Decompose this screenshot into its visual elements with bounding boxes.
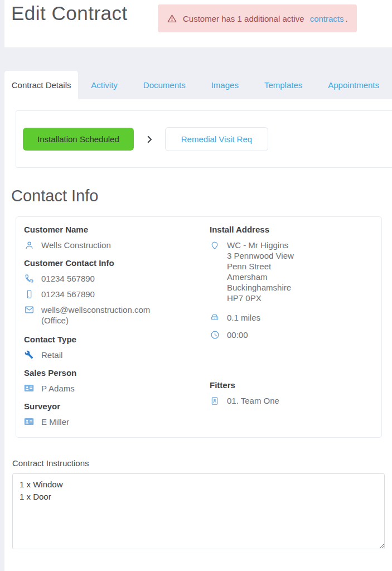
- page-title: Edit Contract: [11, 2, 128, 25]
- travel-time-row: 00:00: [210, 330, 381, 340]
- travel-distance-value: 0.1 miles: [227, 312, 260, 323]
- address-line: Amersham: [227, 272, 294, 282]
- contract-tab-bar: Contract Details Activity Documents Imag…: [4, 71, 392, 99]
- surveyor-label: Surveyor: [24, 401, 210, 412]
- next-status-button[interactable]: Remedial Visit Req: [165, 127, 268, 151]
- contact-info-left-column: Customer Name Wells Construction Custome…: [24, 225, 210, 427]
- warning-icon: [167, 13, 177, 24]
- status-flow-card: Installation Scheduled Remedial Visit Re…: [16, 110, 392, 168]
- contracts-link[interactable]: contracts: [310, 14, 344, 23]
- map-pin-icon: [210, 240, 220, 303]
- phone-icon: [24, 274, 34, 284]
- worker-badge-icon: [210, 396, 220, 406]
- wrench-icon: [24, 350, 34, 360]
- customer-name-value[interactable]: Wells Construction: [41, 240, 111, 250]
- contract-instructions-textarea[interactable]: 1 x Window 1 x Door: [12, 473, 385, 549]
- travel-distance-row: 0.1 miles: [210, 312, 381, 323]
- customer-contact-label: Customer Contact Info: [24, 258, 210, 268]
- surveyor-value[interactable]: E Miller: [41, 417, 69, 427]
- alert-suffix: .: [345, 14, 347, 23]
- tab-images[interactable]: Images: [199, 80, 251, 90]
- address-line: WC - Mr Higgins: [227, 240, 294, 250]
- contact-info-right-column: Install Address WC - Mr Higgins 3 Pennwo…: [210, 225, 381, 427]
- tab-templates[interactable]: Templates: [251, 80, 315, 90]
- tab-documents[interactable]: Documents: [130, 80, 199, 90]
- surveyor-row: E Miller: [24, 417, 210, 427]
- install-address-value[interactable]: WC - Mr Higgins 3 Pennwood View Penn Str…: [227, 240, 294, 303]
- contact-type-row: Retail: [24, 350, 210, 360]
- email-value[interactable]: wells@wellsconstruction.com (Office): [41, 304, 176, 326]
- id-card-icon: [24, 417, 34, 427]
- customer-name-row: Wells Construction: [24, 240, 210, 250]
- phone-row: 01234 567890: [24, 273, 210, 284]
- install-address-label: Install Address: [210, 225, 381, 235]
- contact-type-label: Contact Type: [24, 335, 210, 345]
- contact-type-value: Retail: [41, 350, 62, 360]
- phone-value[interactable]: 01234 567890: [41, 273, 95, 284]
- contact-info-heading: Contact Info: [11, 187, 392, 205]
- fitters-value[interactable]: 01. Team One: [227, 395, 279, 406]
- page-left-gutter: [0, 0, 4, 571]
- car-icon: [210, 313, 220, 323]
- fitters-row: 01. Team One: [210, 395, 381, 406]
- sales-person-label: Sales Person: [24, 368, 210, 378]
- chevron-right-icon: [144, 134, 154, 145]
- page-header: Edit Contract Customer has 1 additional …: [4, 0, 392, 47]
- customer-name-label: Customer Name: [24, 225, 210, 235]
- travel-time-value: 00:00: [227, 330, 248, 340]
- address-line: Buckinghamshire: [227, 282, 294, 293]
- contact-info-card: Customer Name Wells Construction Custome…: [16, 216, 382, 438]
- email-row: wells@wellsconstruction.com (Office): [24, 304, 210, 326]
- mobile-phone-icon: [24, 289, 34, 299]
- address-line: 3 Pennwood View: [227, 250, 294, 261]
- tab-activity[interactable]: Activity: [78, 80, 130, 90]
- current-status-button[interactable]: Installation Scheduled: [23, 128, 134, 151]
- alert-text: Customer has 1 additional active: [183, 14, 304, 23]
- fitters-label: Fitters: [210, 380, 381, 390]
- address-line: Penn Street: [227, 261, 294, 272]
- tab-contract-details[interactable]: Contract Details: [4, 71, 78, 99]
- id-card-icon: [24, 384, 34, 394]
- contract-details-panel: Installation Scheduled Remedial Visit Re…: [4, 99, 392, 571]
- mobile-value[interactable]: 01234 567890: [41, 289, 95, 299]
- user-icon: [24, 240, 34, 250]
- sales-person-value[interactable]: P Adams: [41, 383, 75, 394]
- contract-instructions-label: Contract Instructions: [12, 458, 392, 469]
- mobile-row: 01234 567890: [24, 289, 210, 299]
- address-line: HP7 0PX: [227, 293, 294, 303]
- envelope-icon: [24, 305, 34, 326]
- sales-person-row: P Adams: [24, 383, 210, 394]
- install-address-row: WC - Mr Higgins 3 Pennwood View Penn Str…: [210, 240, 381, 303]
- tab-appointments[interactable]: Appointments: [315, 80, 392, 90]
- active-contracts-alert: Customer has 1 additional active contrac…: [158, 4, 357, 32]
- clock-icon: [210, 330, 220, 340]
